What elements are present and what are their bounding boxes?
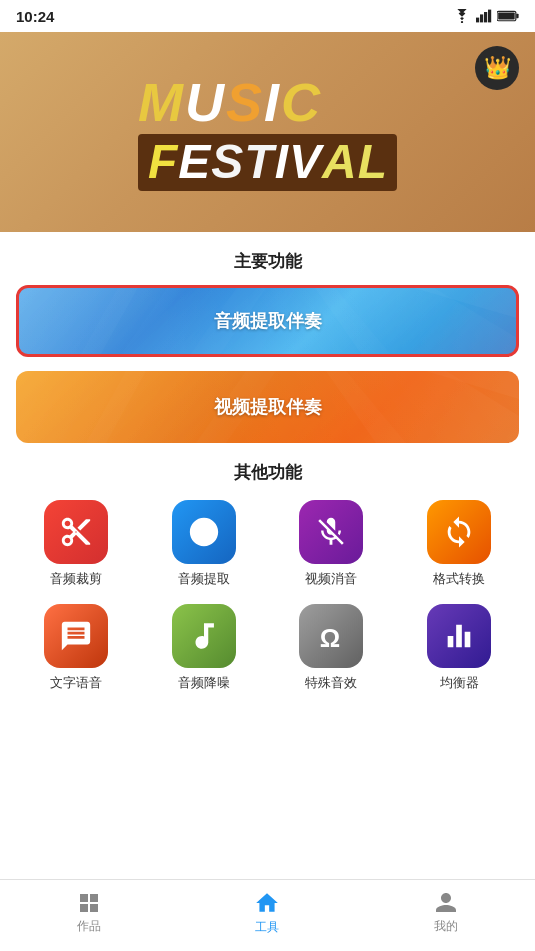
video-extract-button[interactable]: 视频提取伴奏 — [16, 371, 519, 443]
primary-buttons: 音频提取伴奏 视频提取伴奏 — [0, 285, 535, 443]
audio-cut-label: 音频裁剪 — [50, 570, 102, 588]
format-convert-icon — [442, 515, 476, 549]
video-mute-icon-bg — [299, 500, 363, 564]
video-extract-label: 视频提取伴奏 — [214, 395, 322, 419]
feature-audio-cut[interactable]: 音频裁剪 — [16, 500, 136, 588]
format-convert-label: 格式转换 — [433, 570, 485, 588]
other-section: 其他功能 音频裁剪 音频提取 — [0, 443, 535, 696]
bottom-nav: 作品 工具 我的 — [0, 879, 535, 951]
banner: M U S I C F E S T I V A L 👑 — [0, 32, 535, 232]
banner-festival-text: F E S T I V A L — [138, 134, 397, 191]
audio-extract-button[interactable]: 音频提取伴奏 — [16, 285, 519, 357]
nav-tools-label: 工具 — [255, 919, 279, 936]
svg-rect-4 — [488, 10, 491, 23]
noise-reduce-icon — [187, 619, 221, 653]
main-section-title: 主要功能 — [0, 232, 535, 285]
main-content: 主要功能 音频提取伴奏 视频提取伴奏 — [0, 232, 535, 696]
mic-off-icon — [314, 515, 348, 549]
signal-icon — [476, 9, 492, 23]
feature-text-to-speech[interactable]: 文字语音 — [16, 604, 136, 692]
person-icon — [434, 891, 458, 915]
grid-icon — [77, 891, 101, 915]
banner-music-text: M U S I C — [138, 73, 397, 132]
features-grid: 音频裁剪 音频提取 视频消音 — [16, 496, 519, 696]
video-mute-label: 视频消音 — [305, 570, 357, 588]
banner-text: M U S I C F E S T I V A L — [138, 73, 397, 191]
crown-icon: 👑 — [484, 55, 511, 81]
home-icon — [254, 890, 280, 916]
feature-format-convert[interactable]: 格式转换 — [399, 500, 519, 588]
status-bar: 10:24 — [0, 0, 535, 32]
noise-reduce-icon-bg — [172, 604, 236, 668]
feature-equalizer[interactable]: 均衡器 — [399, 604, 519, 692]
nav-item-works[interactable]: 作品 — [0, 891, 178, 941]
noise-reduce-label: 音频降噪 — [178, 674, 230, 692]
scissors-icon — [59, 515, 93, 549]
equalizer-label: 均衡器 — [440, 674, 479, 692]
text-to-speech-label: 文字语音 — [50, 674, 102, 692]
nav-mine-label: 我的 — [434, 918, 458, 935]
svg-point-0 — [461, 21, 463, 23]
other-section-title: 其他功能 — [16, 443, 519, 496]
battery-icon — [497, 10, 519, 22]
audio-extract-label: 音频提取伴奏 — [214, 309, 322, 333]
nav-item-mine[interactable]: 我的 — [357, 891, 535, 941]
format-convert-icon-bg — [427, 500, 491, 564]
svg-text:Ω: Ω — [320, 624, 340, 652]
download-circle-icon — [187, 515, 221, 549]
audio-extract-icon-bg — [172, 500, 236, 564]
svg-rect-3 — [484, 12, 487, 22]
special-effects-label: 特殊音效 — [305, 674, 357, 692]
equalizer-icon — [442, 619, 476, 653]
special-effects-icon-bg: Ω — [299, 604, 363, 668]
nav-works-label: 作品 — [77, 918, 101, 935]
wifi-icon — [453, 9, 471, 23]
crown-badge[interactable]: 👑 — [475, 46, 519, 90]
equalizer-icon-bg — [427, 604, 491, 668]
feature-audio-extract[interactable]: 音频提取 — [144, 500, 264, 588]
text-to-speech-icon-bg — [44, 604, 108, 668]
omega-icon: Ω — [314, 619, 348, 653]
feature-video-mute[interactable]: 视频消音 — [272, 500, 392, 588]
svg-rect-2 — [480, 14, 483, 22]
nav-item-tools[interactable]: 工具 — [178, 890, 356, 942]
feature-noise-reduce[interactable]: 音频降噪 — [144, 604, 264, 692]
svg-rect-1 — [476, 18, 479, 23]
svg-rect-6 — [516, 14, 518, 19]
text-speech-icon — [59, 619, 93, 653]
audio-extract-label2: 音频提取 — [178, 570, 230, 588]
status-icons — [453, 9, 519, 23]
status-time: 10:24 — [16, 8, 54, 25]
svg-rect-7 — [498, 12, 515, 19]
audio-cut-icon-bg — [44, 500, 108, 564]
feature-special-effects[interactable]: Ω 特殊音效 — [272, 604, 392, 692]
